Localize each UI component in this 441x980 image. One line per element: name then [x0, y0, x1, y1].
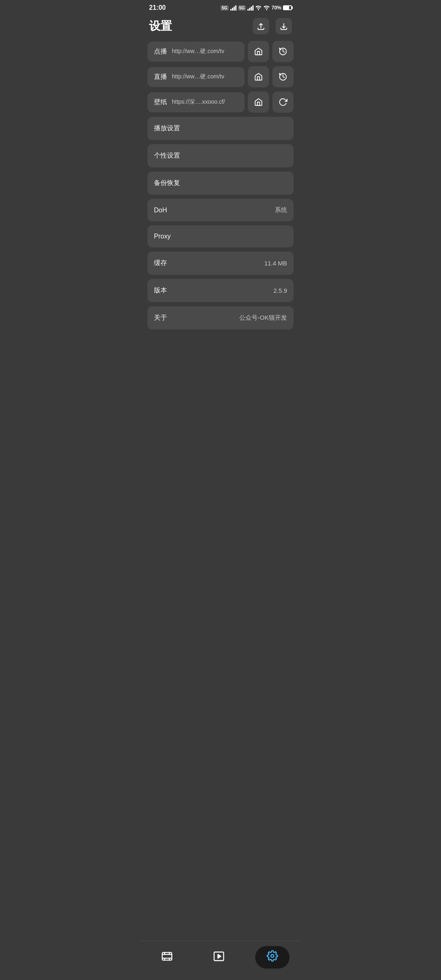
personalization-item[interactable]: 个性设置 [147, 144, 294, 167]
vod-row: 点播 http://ww…硬.com/tv [147, 41, 294, 62]
doh-item[interactable]: DoH 系统 [147, 199, 294, 221]
wallpaper-label: 壁纸 [154, 98, 167, 107]
playback-settings-label: 播放设置 [154, 124, 180, 133]
status-icons: 5G 5G 70% [220, 4, 292, 11]
wallpaper-home-button[interactable] [248, 91, 269, 113]
header-actions [253, 18, 292, 34]
about-value: 公众号-OK猫开发 [239, 314, 287, 322]
wallpaper-row: 壁纸 https://深….xxooo.cf/ [147, 91, 294, 113]
vod-label: 点播 [154, 47, 167, 56]
network-badge-1: 5G [220, 5, 228, 11]
cache-label: 缓存 [154, 259, 167, 267]
page-title: 设置 [149, 18, 172, 34]
version-item[interactable]: 版本 2.5.9 [147, 279, 294, 302]
cache-item[interactable]: 缓存 11.4 MB [147, 252, 294, 275]
cache-value: 11.4 MB [264, 260, 287, 267]
backup-restore-item[interactable]: 备份恢复 [147, 172, 294, 195]
battery-icon [283, 5, 292, 10]
vod-home-button[interactable] [248, 41, 269, 62]
wifi-icon [255, 4, 262, 11]
page-header: 设置 [141, 14, 300, 41]
doh-value: 系统 [275, 206, 287, 214]
playback-settings-item[interactable]: 播放设置 [147, 117, 294, 140]
settings-content: 点播 http://ww…硬.com/tv 直播 http://ww…硬.com… [141, 41, 300, 374]
vod-url-value: http://ww…硬.com/tv [172, 48, 224, 55]
backup-restore-label: 备份恢复 [154, 179, 180, 187]
live-url-button[interactable]: 直播 http://ww…硬.com/tv [147, 67, 245, 87]
doh-label: DoH [154, 207, 167, 214]
status-time: 21:00 [149, 4, 166, 11]
proxy-item[interactable]: Proxy [147, 225, 294, 247]
upload-button[interactable] [253, 18, 269, 34]
status-bar: 21:00 5G 5G 70% [141, 0, 300, 14]
vod-url-button[interactable]: 点播 http://ww…硬.com/tv [147, 42, 245, 62]
download-button[interactable] [276, 18, 292, 34]
wifi-icon-2 [263, 4, 270, 11]
live-row: 直播 http://ww…硬.com/tv [147, 66, 294, 87]
network-badge-2: 5G [238, 5, 246, 11]
live-url-value: http://ww…硬.com/tv [172, 73, 224, 80]
wallpaper-url-button[interactable]: 壁纸 https://深….xxooo.cf/ [147, 92, 245, 112]
wallpaper-refresh-button[interactable] [272, 91, 294, 113]
live-label: 直播 [154, 73, 167, 81]
vod-history-button[interactable] [272, 41, 294, 62]
proxy-label: Proxy [154, 233, 171, 240]
signal-icon-1 [230, 5, 236, 11]
about-item[interactable]: 关于 公众号-OK猫开发 [147, 306, 294, 330]
live-home-button[interactable] [248, 66, 269, 87]
live-history-button[interactable] [272, 66, 294, 87]
about-label: 关于 [154, 314, 167, 322]
battery-percent: 70% [272, 5, 281, 11]
version-label: 版本 [154, 286, 167, 295]
personalization-label: 个性设置 [154, 151, 180, 160]
version-value: 2.5.9 [274, 287, 287, 294]
signal-icon-2 [247, 5, 254, 11]
wallpaper-url-value: https://深….xxooo.cf/ [172, 98, 225, 106]
